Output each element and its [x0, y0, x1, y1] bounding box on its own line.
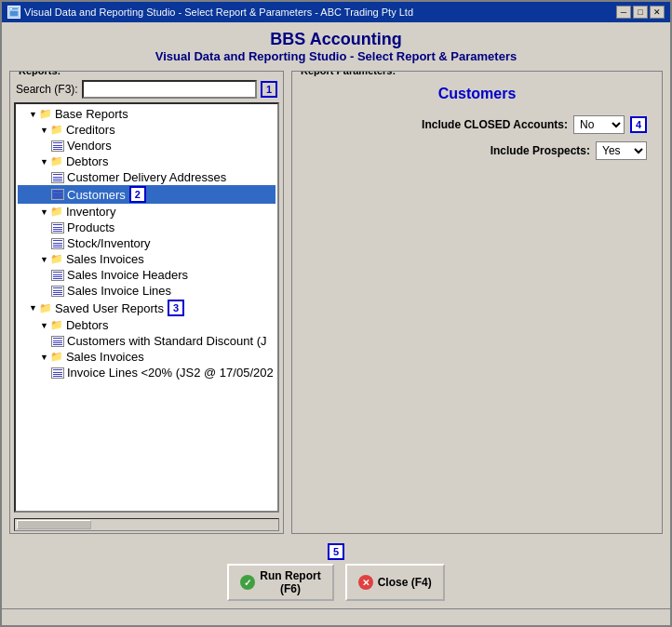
tree-label: Debtors — [66, 318, 109, 332]
left-panel: Reports: Search (F3): 1 ▼ 📁 Base Reports — [9, 71, 284, 534]
tree-node-base-reports[interactable]: ▼ 📁 Base Reports — [18, 106, 276, 122]
tree-node-stock[interactable]: Stock/Inventory — [18, 235, 276, 251]
svg-rect-2 — [10, 8, 12, 9]
tree-node-products[interactable]: Products — [18, 220, 276, 235]
tree-label: Debtors — [66, 154, 109, 168]
folder-icon: 📁 — [50, 124, 63, 137]
expand-arrow: ▼ — [40, 207, 48, 217]
bottom-area: 5 ✓ Run Report(F6) ✕ Close (F4) — [2, 538, 670, 608]
app-subtitle: Visual Data and Reporting Studio - Selec… — [6, 49, 666, 63]
annotation-3: 3 — [168, 300, 184, 316]
expand-arrow: ▼ — [40, 126, 48, 135]
expand-arrow: ▼ — [40, 157, 48, 167]
tree-label: Creditors — [66, 123, 115, 137]
horizontal-scrollbar[interactable] — [14, 518, 279, 531]
tree-label: Invoice Lines <20% (JS2 @ 17/05/202 — [67, 366, 274, 380]
tree-node-sales-invoices[interactable]: ▼ 📁 Sales Invoices — [18, 251, 276, 267]
tree-node-customers[interactable]: Customers 2 — [18, 185, 276, 204]
tree-label: Sales Invoice Headers — [67, 268, 188, 282]
tree-label: Sales Invoices — [66, 252, 144, 266]
tree-node-sales-invoice-headers[interactable]: Sales Invoice Headers — [18, 267, 276, 283]
tree-node-invoice-lines[interactable]: Invoice Lines <20% (JS2 @ 17/05/202 — [18, 365, 276, 380]
tree-node-saved-debtors[interactable]: ▼ 📁 Debtors — [18, 317, 276, 333]
close-button[interactable]: ✕ — [650, 6, 665, 19]
scrollbar-thumb[interactable] — [17, 520, 91, 529]
minimize-button[interactable]: ─ — [616, 6, 631, 19]
close-button[interactable]: ✕ Close (F4) — [345, 564, 445, 601]
tree-container[interactable]: ▼ 📁 Base Reports ▼ 📁 Creditors Vendors — [14, 102, 279, 513]
tree-node-customers-std-discount[interactable]: Customers with Standard Discount (J — [18, 333, 276, 349]
report-icon — [51, 270, 64, 281]
report-params-content: Customers Include CLOSED Accounts: No Ye… — [292, 76, 662, 533]
report-title: Customers — [307, 86, 647, 102]
expand-arrow: ▼ — [40, 255, 48, 264]
main-window: Visual Data and Reporting Studio - Selec… — [0, 0, 672, 627]
report-icon — [51, 286, 64, 297]
content-area: Reports: Search (F3): 1 ▼ 📁 Base Reports — [2, 67, 670, 538]
title-bar-left: Visual Data and Reporting Studio - Selec… — [7, 6, 413, 19]
tree-label: Inventory — [66, 205, 115, 219]
report-icon — [51, 336, 64, 347]
report-icon — [51, 140, 64, 152]
tree-label: Customers with Standard Discount (J — [67, 334, 267, 348]
folder-icon: 📁 — [50, 253, 63, 266]
param-select-prospects[interactable]: Yes No — [596, 141, 647, 160]
tree-node-inventory[interactable]: ▼ 📁 Inventory — [18, 204, 276, 220]
annotation-4: 4 — [630, 116, 647, 133]
bottom-buttons: ✓ Run Report(F6) ✕ Close (F4) — [227, 564, 444, 601]
search-row: Search (F3): 1 — [10, 76, 283, 102]
annotation-5: 5 — [328, 543, 344, 560]
status-bar — [2, 608, 670, 625]
tree-node-saved-user-reports[interactable]: ▼ 📁 Saved User Reports 3 — [18, 299, 276, 317]
folder-icon: 📁 — [50, 206, 63, 219]
tree-label: Customer Delivery Addresses — [67, 170, 226, 184]
folder-icon: 📁 — [50, 351, 63, 364]
tree-node-saved-sales-invoices[interactable]: ▼ 📁 Sales Invoices — [18, 349, 276, 365]
tree-node-creditors[interactable]: ▼ 📁 Creditors — [18, 122, 276, 138]
tree-node-customer-delivery[interactable]: Customer Delivery Addresses — [18, 169, 276, 185]
expand-arrow: ▼ — [40, 321, 48, 330]
tree-node-vendors[interactable]: Vendors — [18, 138, 276, 153]
param-label-closed: Include CLOSED Accounts: — [422, 118, 568, 131]
tree-label: Stock/Inventory — [67, 236, 151, 250]
folder-icon: 📁 — [50, 319, 63, 332]
app-title: BBS Accounting — [6, 30, 666, 49]
title-bar: Visual Data and Reporting Studio - Selec… — [2, 2, 670, 22]
title-text: Visual Data and Reporting Studio - Selec… — [24, 7, 413, 18]
search-input[interactable] — [82, 80, 257, 99]
tree-label: Products — [67, 220, 114, 234]
param-select-closed[interactable]: No Yes — [573, 115, 625, 134]
maximize-button[interactable]: □ — [633, 6, 648, 19]
right-panel: Report Parameters: Customers Include CLO… — [291, 71, 663, 534]
run-report-button[interactable]: ✓ Run Report(F6) — [227, 564, 333, 601]
tree-label: Sales Invoices — [66, 350, 144, 364]
folder-icon: 📁 — [50, 155, 63, 168]
window-controls: ─ □ ✕ — [616, 6, 665, 19]
app-icon — [7, 6, 20, 19]
report-icon — [51, 189, 64, 200]
report-icon — [51, 172, 64, 183]
expand-arrow: ▼ — [29, 110, 37, 119]
folder-icon: 📁 — [39, 108, 52, 121]
annotation-2: 2 — [129, 186, 146, 203]
tree-node-sales-invoice-lines[interactable]: Sales Invoice Lines — [18, 283, 276, 299]
tree-label: Customers — [67, 188, 126, 202]
tree-node-debtors[interactable]: ▼ 📁 Debtors — [18, 153, 276, 169]
close-button-label: Close (F4) — [378, 576, 432, 589]
expand-arrow: ▼ — [40, 353, 48, 362]
report-icon — [51, 367, 64, 379]
run-icon: ✓ — [240, 575, 255, 590]
tree-label: Base Reports — [55, 107, 128, 121]
search-label: Search (F3): — [16, 83, 78, 96]
annotation-1: 1 — [261, 81, 277, 98]
report-icon — [51, 222, 64, 233]
param-row-1: Include CLOSED Accounts: No Yes 4 — [307, 115, 647, 134]
run-button-label: Run Report(F6) — [260, 569, 320, 595]
tree-label: Sales Invoice Lines — [67, 284, 171, 298]
reports-group: Reports: Search (F3): 1 ▼ 📁 Base Reports — [9, 71, 284, 534]
expand-arrow: ▼ — [29, 303, 37, 313]
param-label-prospects: Include Prospects: — [491, 144, 590, 157]
close-icon: ✕ — [358, 575, 373, 590]
report-icon — [51, 238, 64, 249]
tree-label: Saved User Reports — [55, 301, 164, 315]
